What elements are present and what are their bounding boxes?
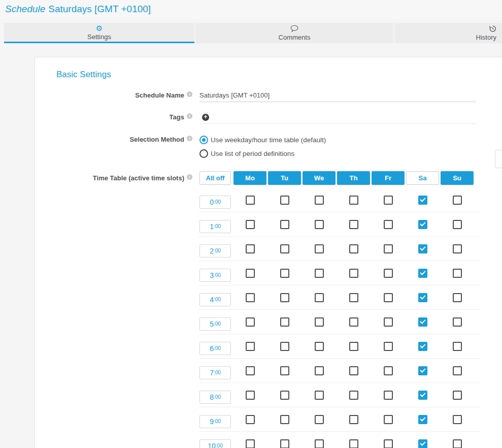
time-slot-button-2:00[interactable]: 2:00 (199, 244, 231, 258)
tags-input[interactable]: + (199, 111, 476, 124)
timetable-checkbox-sa-7:00[interactable] (418, 366, 427, 375)
radio-icon-unselected[interactable] (199, 149, 208, 158)
info-icon[interactable]: i (187, 174, 192, 180)
timetable-checkbox-tu-2:00[interactable] (280, 244, 289, 253)
timetable-checkbox-tu-8:00[interactable] (280, 391, 289, 400)
day-column-button-sa[interactable]: Sa (406, 171, 439, 185)
timetable-checkbox-su-8:00[interactable] (453, 391, 462, 400)
timetable-checkbox-sa-0:00[interactable] (418, 196, 427, 205)
timetable-checkbox-sa-2:00[interactable] (418, 244, 427, 253)
time-slot-button-7:00[interactable]: 7:00 (199, 366, 231, 379)
timetable-checkbox-fr-4:00[interactable] (384, 293, 393, 302)
timetable-checkbox-su-10:00[interactable] (453, 439, 462, 448)
timetable-checkbox-th-9:00[interactable] (349, 415, 358, 424)
timetable-checkbox-we-2:00[interactable] (315, 244, 324, 253)
timetable-checkbox-tu-10:00[interactable] (280, 439, 289, 448)
time-slot-button-4:00[interactable]: 4:00 (199, 293, 231, 306)
timetable-checkbox-fr-0:00[interactable] (384, 196, 393, 205)
timetable-checkbox-we-7:00[interactable] (315, 366, 324, 375)
timetable-checkbox-tu-7:00[interactable] (280, 366, 289, 375)
timetable-checkbox-we-8:00[interactable] (315, 391, 324, 400)
timetable-checkbox-th-2:00[interactable] (349, 244, 358, 253)
time-slot-button-1:00[interactable]: 1:00 (199, 220, 231, 233)
timetable-checkbox-we-10:00[interactable] (315, 439, 324, 448)
tab-comments[interactable]: Comments (195, 23, 393, 43)
time-slot-button-5:00[interactable]: 5:00 (199, 317, 231, 331)
timetable-checkbox-tu-4:00[interactable] (280, 293, 289, 302)
timetable-checkbox-mo-9:00[interactable] (246, 415, 255, 424)
timetable-checkbox-mo-1:00[interactable] (246, 220, 255, 229)
tab-settings[interactable]: ⚙ Settings (4, 23, 194, 43)
timetable-checkbox-sa-3:00[interactable] (418, 269, 427, 278)
info-icon[interactable]: i (187, 136, 192, 141)
timetable-checkbox-fr-3:00[interactable] (384, 269, 393, 278)
timetable-checkbox-su-2:00[interactable] (453, 244, 462, 253)
timetable-checkbox-su-3:00[interactable] (453, 269, 462, 278)
timetable-checkbox-sa-1:00[interactable] (418, 220, 427, 229)
timetable-checkbox-mo-8:00[interactable] (246, 391, 255, 400)
timetable-checkbox-sa-4:00[interactable] (418, 293, 427, 302)
timetable-checkbox-th-6:00[interactable] (349, 342, 358, 351)
timetable-checkbox-mo-5:00[interactable] (246, 317, 255, 327)
timetable-checkbox-fr-10:00[interactable] (384, 439, 393, 448)
timetable-checkbox-su-6:00[interactable] (453, 342, 462, 351)
timetable-checkbox-we-1:00[interactable] (315, 220, 324, 229)
timetable-checkbox-mo-4:00[interactable] (246, 293, 255, 302)
info-icon[interactable]: i (187, 113, 192, 119)
timetable-checkbox-su-0:00[interactable] (453, 196, 462, 205)
timetable-checkbox-fr-1:00[interactable] (384, 220, 393, 229)
time-slot-button-10:00[interactable]: 10:00 (199, 439, 231, 448)
timetable-checkbox-fr-2:00[interactable] (384, 244, 393, 253)
info-icon[interactable]: i (187, 91, 192, 97)
timetable-checkbox-th-3:00[interactable] (349, 269, 358, 278)
timetable-checkbox-mo-0:00[interactable] (246, 196, 255, 205)
timetable-checkbox-th-7:00[interactable] (349, 366, 358, 375)
timetable-checkbox-mo-2:00[interactable] (246, 244, 255, 253)
side-panel-handle[interactable] (495, 150, 502, 168)
timetable-checkbox-mo-10:00[interactable] (246, 439, 255, 448)
timetable-checkbox-sa-6:00[interactable] (418, 342, 427, 351)
plus-circle-icon[interactable]: + (202, 114, 209, 121)
radio-option-timetable[interactable]: Use weekday/hour time table (default) (199, 133, 326, 147)
day-column-button-fr[interactable]: Fr (372, 171, 405, 185)
timetable-checkbox-fr-9:00[interactable] (384, 415, 393, 424)
timetable-checkbox-we-3:00[interactable] (315, 269, 324, 278)
timetable-checkbox-we-4:00[interactable] (315, 293, 324, 302)
timetable-checkbox-su-1:00[interactable] (453, 220, 462, 229)
timetable-checkbox-fr-7:00[interactable] (384, 366, 393, 375)
timetable-checkbox-su-9:00[interactable] (453, 415, 462, 424)
day-column-button-tu[interactable]: Tu (268, 171, 301, 185)
timetable-checkbox-we-0:00[interactable] (315, 196, 324, 205)
timetable-checkbox-fr-5:00[interactable] (384, 317, 393, 327)
all-off-button[interactable]: All off (199, 171, 231, 185)
time-slot-button-0:00[interactable]: 0:00 (199, 196, 231, 209)
day-column-button-su[interactable]: Su (441, 171, 474, 185)
timetable-checkbox-mo-3:00[interactable] (246, 269, 255, 278)
tab-history[interactable]: History (394, 23, 502, 43)
timetable-checkbox-sa-5:00[interactable] (418, 317, 427, 327)
time-slot-button-8:00[interactable]: 8:00 (199, 391, 231, 404)
timetable-checkbox-th-1:00[interactable] (349, 220, 358, 229)
timetable-checkbox-su-5:00[interactable] (453, 317, 462, 327)
timetable-checkbox-mo-7:00[interactable] (246, 366, 255, 375)
schedule-name-input[interactable]: Saturdays [GMT +0100] (199, 89, 476, 102)
timetable-checkbox-we-6:00[interactable] (315, 342, 324, 351)
timetable-checkbox-tu-1:00[interactable] (280, 220, 289, 229)
timetable-checkbox-th-8:00[interactable] (349, 391, 358, 400)
timetable-checkbox-we-5:00[interactable] (315, 317, 324, 327)
timetable-checkbox-th-4:00[interactable] (349, 293, 358, 302)
radio-icon-selected[interactable] (199, 136, 208, 144)
timetable-checkbox-th-5:00[interactable] (349, 317, 358, 327)
timetable-checkbox-tu-3:00[interactable] (280, 269, 289, 278)
timetable-checkbox-fr-8:00[interactable] (384, 391, 393, 400)
timetable-checkbox-su-7:00[interactable] (453, 366, 462, 375)
timetable-checkbox-tu-0:00[interactable] (280, 196, 289, 205)
timetable-checkbox-tu-9:00[interactable] (280, 415, 289, 424)
timetable-checkbox-mo-6:00[interactable] (246, 342, 255, 351)
timetable-checkbox-th-10:00[interactable] (349, 439, 358, 448)
timetable-checkbox-sa-9:00[interactable] (418, 415, 427, 424)
time-slot-button-6:00[interactable]: 6:00 (199, 342, 231, 355)
timetable-checkbox-we-9:00[interactable] (315, 415, 324, 424)
time-slot-button-9:00[interactable]: 9:00 (199, 415, 231, 428)
radio-option-periods[interactable]: Use list of period definitions (199, 147, 326, 161)
